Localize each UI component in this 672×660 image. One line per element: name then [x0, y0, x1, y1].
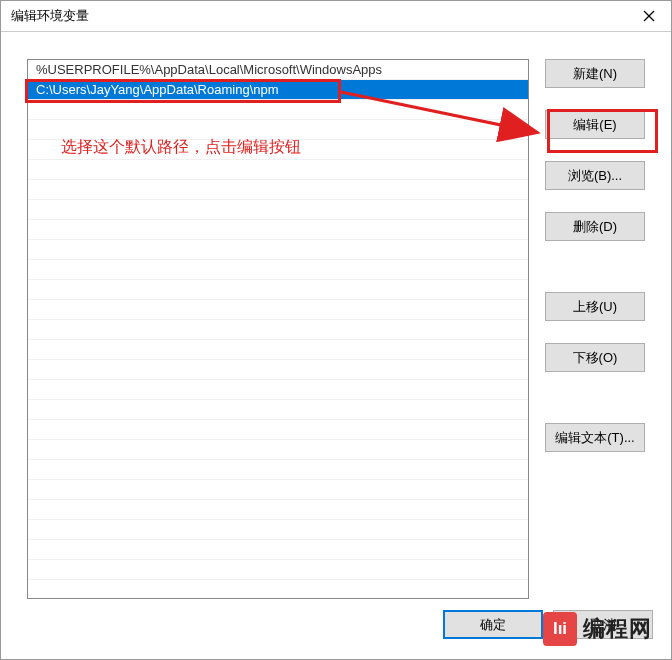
new-button[interactable]: 新建(N)	[545, 59, 645, 88]
dialog-window: 编辑环境变量 %USERPROFILE%\AppData\Local\Micro…	[0, 0, 672, 660]
content-area: %USERPROFILE%\AppData\Local\Microsoft\Wi…	[1, 33, 671, 659]
list-filler	[28, 100, 528, 580]
edit-text-button[interactable]: 编辑文本(T)...	[545, 423, 645, 452]
titlebar: 编辑环境变量	[1, 1, 671, 32]
close-icon	[643, 10, 655, 22]
path-listbox[interactable]: %USERPROFILE%\AppData\Local\Microsoft\Wi…	[27, 59, 529, 599]
list-item[interactable]: C:\Users\JayYang\AppData\Roaming\npm	[28, 80, 528, 100]
window-title: 编辑环境变量	[11, 7, 89, 25]
delete-button[interactable]: 删除(D)	[545, 212, 645, 241]
bottom-button-row: 确定 取消	[443, 610, 653, 639]
button-column: 新建(N) 编辑(E) 浏览(B)... 删除(D) 上移(U) 下移(O) 编…	[545, 59, 653, 474]
list-item[interactable]: %USERPROFILE%\AppData\Local\Microsoft\Wi…	[28, 60, 528, 80]
close-button[interactable]	[626, 1, 671, 32]
cancel-button[interactable]: 取消	[553, 610, 653, 639]
edit-button[interactable]: 编辑(E)	[545, 110, 645, 139]
move-up-button[interactable]: 上移(U)	[545, 292, 645, 321]
move-down-button[interactable]: 下移(O)	[545, 343, 645, 372]
browse-button[interactable]: 浏览(B)...	[545, 161, 645, 190]
ok-button[interactable]: 确定	[443, 610, 543, 639]
